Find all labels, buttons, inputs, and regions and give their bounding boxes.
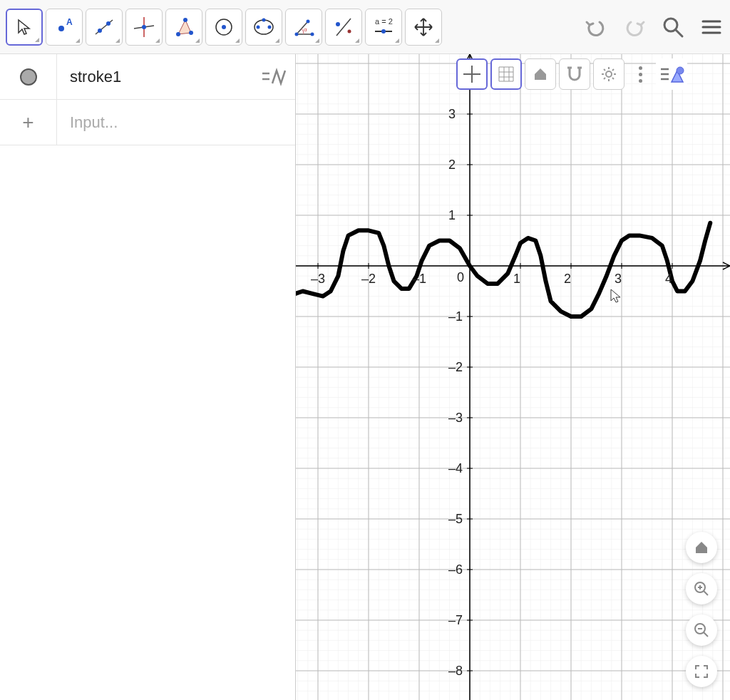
menu-button[interactable] — [699, 14, 724, 40]
right-controls — [583, 14, 724, 40]
tool-reflect[interactable] — [325, 9, 362, 46]
svg-point-19 — [295, 32, 299, 36]
svg-point-21 — [307, 19, 310, 23]
add-button[interactable]: + — [0, 100, 57, 145]
svg-line-2 — [96, 20, 113, 34]
svg-line-192 — [704, 591, 708, 595]
svg-point-16 — [268, 25, 272, 29]
algebra-input[interactable]: Input... — [57, 113, 295, 132]
svg-point-24 — [348, 29, 351, 33]
tool-ellipse[interactable] — [245, 9, 282, 46]
undo-button[interactable] — [583, 14, 609, 40]
construction-protocol-button[interactable] — [656, 58, 687, 90]
settings-button[interactable] — [593, 58, 624, 90]
svg-point-20 — [311, 32, 314, 36]
svg-point-4 — [106, 21, 110, 26]
tool-slider[interactable]: a = 2 — [365, 9, 402, 46]
home-view-button[interactable] — [525, 58, 556, 90]
svg-point-17 — [262, 18, 266, 21]
algebra-item-row[interactable]: stroke1 — [0, 54, 295, 100]
svg-text:a = 2: a = 2 — [375, 17, 393, 26]
tool-perpendicular[interactable] — [125, 9, 163, 46]
tool-angle[interactable]: α — [285, 9, 322, 46]
svg-point-7 — [142, 25, 146, 29]
redo-button[interactable] — [622, 14, 647, 40]
search-button[interactable] — [660, 14, 686, 40]
graphics-view[interactable]: –3–2–11234321–1–2–3–4–5–6–7–80 — [296, 54, 730, 700]
grid-toggle[interactable] — [490, 58, 522, 90]
main-area: stroke1 + Input... — [0, 54, 730, 700]
floating-controls — [686, 532, 717, 687]
graphics-toolbar — [456, 58, 687, 90]
svg-text:α: α — [304, 26, 307, 33]
main-toolbar: A α a = 2 — [0, 0, 730, 54]
tool-move[interactable] — [6, 9, 43, 46]
tool-group: A α a = 2 — [6, 9, 442, 46]
visibility-marble[interactable] — [0, 54, 57, 99]
fullscreen-button[interactable] — [686, 656, 717, 687]
svg-point-10 — [189, 31, 193, 35]
coordinate-plane[interactable] — [296, 54, 730, 700]
tool-translate[interactable] — [405, 9, 442, 46]
zoom-in-button[interactable] — [686, 573, 717, 604]
svg-line-22 — [336, 19, 351, 36]
tool-line[interactable] — [86, 9, 123, 46]
zoom-out-button[interactable] — [686, 614, 717, 646]
svg-point-11 — [183, 18, 187, 22]
svg-point-23 — [336, 22, 340, 26]
more-options[interactable] — [632, 66, 649, 83]
svg-point-13 — [222, 25, 226, 29]
algebra-item-name: stroke1 — [57, 68, 252, 86]
home-float-button[interactable] — [686, 532, 717, 563]
tool-circle[interactable] — [205, 9, 242, 46]
tool-polygon[interactable] — [165, 9, 202, 46]
symbolic-toggle-icon[interactable] — [252, 66, 295, 88]
axes-toggle[interactable] — [456, 58, 488, 90]
tool-point[interactable]: A — [46, 9, 83, 46]
svg-point-15 — [257, 25, 260, 29]
svg-point-9 — [176, 32, 180, 36]
algebra-view: stroke1 + Input... — [0, 54, 296, 700]
svg-point-42 — [677, 67, 684, 74]
svg-line-29 — [676, 30, 682, 36]
snap-button[interactable] — [559, 58, 590, 90]
svg-point-27 — [381, 29, 386, 34]
svg-line-196 — [704, 632, 708, 637]
mouse-cursor — [610, 288, 624, 305]
svg-point-3 — [98, 29, 102, 33]
svg-text:A: A — [66, 17, 73, 27]
algebra-input-row[interactable]: + Input... — [0, 100, 295, 145]
svg-point-37 — [606, 71, 612, 77]
svg-point-0 — [58, 26, 64, 31]
